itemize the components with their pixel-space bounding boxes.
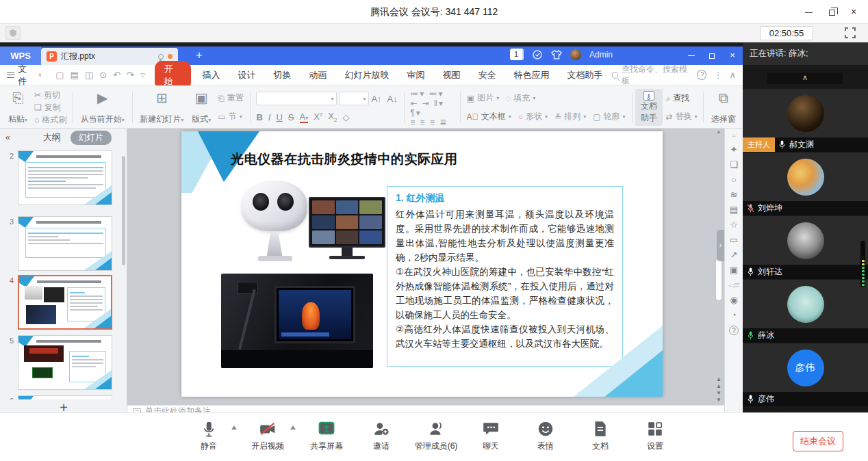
play-from-current-button[interactable]: ▶从当前开始▾ (77, 89, 129, 126)
section-button[interactable]: ▭节▾ (218, 111, 244, 122)
list-buttons-row[interactable]: ≔▾ ≕▾ ⇤ ⇥ ‖▾ ¶▾ (410, 89, 454, 118)
save-icon[interactable]: ▢ (55, 70, 64, 80)
current-slide[interactable]: 光电仪器在抗击肺炎疫情中的实际应用 (181, 131, 663, 397)
fill-button[interactable]: ◌填充▾ (506, 92, 535, 104)
wps-minimize-button[interactable] (681, 47, 702, 64)
participant-tile[interactable]: 刘轩达 (743, 216, 868, 279)
participant-tile[interactable]: 刘烨坤 (743, 153, 868, 215)
tab-slides[interactable]: 幻灯片 (71, 131, 112, 145)
export-icon[interactable]: ◫ (85, 70, 93, 80)
shape-tool-icon[interactable]: ○ (731, 175, 737, 184)
participant-tile[interactable]: 彦伟 彦伟 (743, 343, 868, 406)
doc-count-badge[interactable]: 1 (510, 49, 524, 60)
account-avatar[interactable] (570, 49, 581, 60)
picture-button[interactable]: ▣图片▾ (467, 92, 499, 104)
collapse-panel-button[interactable]: « (5, 133, 10, 142)
print-icon[interactable]: ▤ (71, 70, 79, 80)
command-search[interactable]: 查找命令、搜索模板 (612, 64, 691, 87)
tab-design[interactable]: 设计 (229, 69, 265, 81)
expand-panel-handle[interactable]: › (717, 230, 724, 261)
new-slide-button[interactable]: ⊞新建幻灯片▾ (136, 89, 188, 126)
slide-nav-buttons[interactable]: ▲▲▼▼ (715, 376, 723, 404)
doc-assistant-button[interactable]: 文档助手 (635, 89, 663, 126)
font-size-combo[interactable]: ▾ (339, 92, 369, 105)
bold-button[interactable]: B (256, 112, 262, 122)
picture-pane-icon[interactable]: ▣ (730, 265, 738, 274)
docs-button[interactable]: 文档 (578, 420, 623, 452)
share-icon[interactable]: ↗ (730, 250, 738, 259)
slide-thumbnail-2[interactable] (18, 150, 112, 205)
strike-button[interactable]: S (288, 112, 294, 122)
textbox-button[interactable]: A⃞文本框▾ (467, 111, 511, 122)
collapse-ribbon-icon[interactable]: ∧ (729, 70, 736, 80)
subscript-button[interactable]: X2 (328, 111, 337, 123)
underline-button[interactable]: U (276, 112, 282, 122)
copy-button[interactable]: ❏复制 (34, 102, 66, 114)
tab-animation[interactable]: 动画 (301, 69, 336, 81)
tab-view[interactable]: 视图 (434, 69, 470, 81)
mic-options-arrow[interactable] (231, 425, 237, 430)
sidebar-scrollbar[interactable] (122, 156, 125, 265)
help-icon[interactable]: ? (697, 70, 706, 80)
superscript-button[interactable]: X2 (314, 111, 322, 122)
cut-button[interactable]: ✂剪切 (34, 90, 66, 101)
file-menu[interactable]: 文件∨ (0, 63, 49, 88)
mute-button[interactable]: 静音 (186, 420, 231, 452)
decrease-font-button[interactable]: A↓ (387, 94, 398, 104)
skin-icon[interactable] (551, 49, 562, 60)
preview-icon[interactable]: ⊙ (99, 70, 107, 80)
layout-button[interactable]: ▣版式▾ (188, 89, 215, 126)
tab-special-features[interactable]: 特色应用 (505, 69, 559, 81)
collapse-videos-button[interactable]: ∧ (767, 73, 843, 84)
italic-button[interactable]: I (268, 112, 271, 122)
align-buttons-row[interactable]: ≡ ≡ ≡ ≣ ⇳ ≋▾ (410, 118, 454, 129)
canvas-scrollbar[interactable]: ▲ (715, 129, 723, 405)
slideshow-pane-icon[interactable]: ▤ (730, 205, 738, 214)
arrange-button[interactable]: ≚排列▾ (554, 111, 586, 122)
tab-security[interactable]: 安全 (470, 69, 505, 81)
find-button[interactable]: ⌕查找 (665, 92, 697, 104)
audio-icon[interactable]: ◅≡ (728, 280, 740, 289)
new-tab-button[interactable]: + (192, 49, 207, 62)
video-options-arrow[interactable] (290, 425, 296, 430)
shape-button[interactable]: ○形状▾ (518, 111, 548, 122)
restore-button[interactable] (820, 0, 843, 23)
account-name[interactable]: Admin (589, 50, 613, 60)
end-meeting-button[interactable]: 结束会议 (793, 431, 843, 451)
wps-restore-button[interactable] (702, 47, 722, 64)
cloud-sync-icon[interactable] (532, 49, 543, 60)
history-icon[interactable]: ◔ (731, 311, 737, 319)
slide-layout-icon[interactable]: ❏ (730, 160, 738, 169)
manage-members-button[interactable]: 管理成员(6) (413, 420, 459, 452)
outline-button[interactable]: ▢轮廓▾ (593, 111, 625, 122)
comment-pane-icon[interactable]: ▭ (730, 235, 738, 244)
font-name-combo[interactable]: ▾ (256, 92, 337, 105)
tab-review[interactable]: 审阅 (398, 69, 434, 81)
replace-button[interactable]: ⇄替换▾ (665, 111, 697, 122)
reset-button[interactable]: ⎗重置 (218, 92, 244, 104)
font-color-button[interactable]: A▾ (300, 111, 309, 123)
scroll-up-icon[interactable]: ▲ (715, 129, 723, 135)
object-properties-icon[interactable]: ≋ (730, 190, 738, 199)
clear-format-icon[interactable]: ◇ (342, 112, 349, 122)
medal-icon[interactable]: ◉ (730, 295, 737, 304)
help-panel-icon[interactable]: ? (729, 326, 739, 335)
more-icon[interactable]: ⋮ (713, 70, 722, 80)
slide-thumbnail-5[interactable] (18, 335, 112, 390)
start-video-button[interactable]: 开启视频 (245, 420, 290, 452)
wps-close-button[interactable]: × (722, 47, 743, 64)
close-button[interactable]: × (842, 0, 865, 23)
share-screen-button[interactable]: 共享屏幕 (304, 420, 349, 452)
format-painter-button[interactable]: ⌂格式刷 (34, 114, 66, 126)
tab-slideshow[interactable]: 幻灯片放映 (336, 69, 398, 81)
tab-insert[interactable]: 插入 (194, 69, 229, 81)
participant-tile[interactable]: 薛冰 (743, 280, 868, 343)
emoji-button[interactable]: 表情 (523, 420, 568, 452)
redo-icon[interactable]: ↷ (127, 70, 134, 80)
favorites-icon[interactable]: ☆ (730, 220, 738, 229)
customize-quickbar-icon[interactable]: ▽ (140, 72, 145, 79)
animation-pane-icon[interactable]: ✦ (730, 145, 738, 154)
increase-font-button[interactable]: A↑ (371, 94, 381, 104)
slide-thumbnail-3[interactable] (18, 216, 112, 271)
chat-button[interactable]: 聊天 (468, 420, 513, 452)
